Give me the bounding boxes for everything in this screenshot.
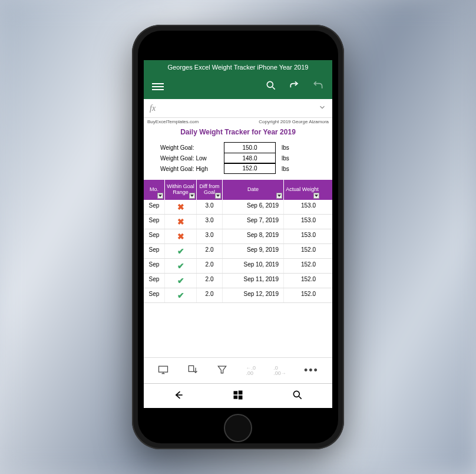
svg-rect-10 bbox=[239, 395, 243, 399]
site-link[interactable]: BuyExcelTemplates.com bbox=[147, 119, 199, 124]
cell-diff[interactable]: 3.0 bbox=[197, 229, 223, 243]
cell-diff[interactable]: 2.0 bbox=[197, 288, 223, 302]
windows-home-icon[interactable] bbox=[232, 389, 244, 403]
svg-rect-8 bbox=[239, 390, 243, 394]
cell-month[interactable]: Sep bbox=[144, 288, 165, 302]
svg-rect-9 bbox=[233, 395, 237, 399]
display-mode-icon[interactable] bbox=[157, 364, 169, 378]
formula-bar[interactable]: fx bbox=[144, 99, 332, 118]
back-button[interactable] bbox=[173, 389, 184, 403]
table-row[interactable]: Sep✔2.0Sep 12, 2019152.0 bbox=[144, 288, 332, 303]
svg-line-1 bbox=[273, 87, 275, 90]
cell-weight[interactable]: 153.0 bbox=[284, 229, 320, 243]
cell-weight[interactable]: 153.0 bbox=[284, 215, 320, 229]
cell-diff[interactable]: 3.0 bbox=[197, 200, 223, 214]
cell-weight[interactable]: 152.0 bbox=[284, 244, 320, 258]
table-body: Sep✖3.0Sep 6, 2019153.0Sep✖3.0Sep 7, 201… bbox=[144, 200, 332, 303]
cell-weight[interactable]: 153.0 bbox=[284, 200, 320, 214]
cell-weight[interactable]: 152.0 bbox=[284, 274, 320, 288]
cell-month[interactable]: Sep bbox=[144, 229, 165, 243]
cell-month[interactable]: Sep bbox=[144, 244, 165, 258]
filter-icon[interactable] bbox=[189, 193, 195, 199]
cell-date[interactable]: Sep 12, 2019 bbox=[223, 288, 284, 302]
goal-block: Weight Goal: 150.0 lbs Weight Goal: Low … bbox=[144, 140, 332, 180]
x-icon: ✖ bbox=[177, 217, 184, 226]
goal-unit: lbs bbox=[282, 166, 299, 172]
cell-date[interactable]: Sep 9, 2019 bbox=[223, 244, 284, 258]
table-row[interactable]: Sep✖3.0Sep 6, 2019153.0 bbox=[144, 200, 332, 215]
spreadsheet: BuyExcelTemplates.com Copyright 2019 Geo… bbox=[144, 118, 332, 357]
svg-point-0 bbox=[267, 81, 273, 87]
svg-line-12 bbox=[299, 396, 302, 399]
cell-month[interactable]: Sep bbox=[144, 200, 165, 214]
cell-in-range[interactable]: ✔ bbox=[165, 259, 197, 273]
undo-icon[interactable] bbox=[312, 80, 324, 94]
col-within-range[interactable]: Within Goal Range bbox=[165, 180, 197, 200]
table-row[interactable]: Sep✖3.0Sep 8, 2019153.0 bbox=[144, 229, 332, 244]
app-title-bar: Georges Excel Weight Tracker iPhone Year… bbox=[144, 60, 332, 74]
menu-button[interactable] bbox=[152, 83, 164, 90]
cell-month[interactable]: Sep bbox=[144, 274, 165, 288]
goal-value-cell[interactable]: 150.0 bbox=[224, 142, 276, 153]
filter-funnel-icon[interactable] bbox=[216, 364, 228, 378]
cell-in-range[interactable]: ✖ bbox=[165, 229, 197, 243]
cell-diff[interactable]: 2.0 bbox=[197, 259, 223, 273]
check-icon: ✔ bbox=[177, 276, 184, 285]
goal-high-value-cell[interactable]: 152.0 bbox=[224, 163, 276, 174]
cell-date[interactable]: Sep 7, 2019 bbox=[223, 215, 284, 229]
filter-icon[interactable] bbox=[157, 193, 163, 199]
goal-high-label: Weight Goal: High bbox=[160, 166, 218, 172]
check-icon: ✔ bbox=[177, 261, 184, 271]
decrease-decimal-icon[interactable]: ←.0.00 bbox=[246, 366, 256, 376]
phone-frame: Georges Excel Weight Tracker iPhone Year… bbox=[132, 25, 344, 449]
more-icon[interactable]: ••• bbox=[304, 364, 319, 377]
goal-row: Weight Goal: 150.0 lbs bbox=[160, 142, 326, 153]
table-row[interactable]: Sep✔2.0Sep 10, 2019152.0 bbox=[144, 259, 332, 274]
cell-date[interactable]: Sep 8, 2019 bbox=[223, 229, 284, 243]
cell-diff[interactable]: 2.0 bbox=[197, 244, 223, 258]
cell-in-range[interactable]: ✖ bbox=[165, 215, 197, 229]
cell-in-range[interactable]: ✖ bbox=[165, 200, 197, 214]
app-toolbar bbox=[144, 74, 332, 99]
cell-month[interactable]: Sep bbox=[144, 215, 165, 229]
cell-weight[interactable]: 152.0 bbox=[284, 259, 320, 273]
cell-month[interactable]: Sep bbox=[144, 259, 165, 273]
cell-diff[interactable]: 2.0 bbox=[197, 274, 223, 288]
os-nav-bar bbox=[144, 383, 332, 408]
goal-low-value-cell[interactable]: 148.0 bbox=[224, 153, 276, 164]
svg-rect-7 bbox=[233, 391, 237, 394]
copyright-text: Copyright 2019 George Alzamora bbox=[259, 119, 329, 124]
sort-icon[interactable] bbox=[187, 364, 199, 378]
col-date[interactable]: Date bbox=[223, 180, 284, 200]
table-row[interactable]: Sep✔2.0Sep 11, 2019152.0 bbox=[144, 274, 332, 288]
col-month[interactable]: Mo. bbox=[144, 180, 165, 200]
cell-date[interactable]: Sep 10, 2019 bbox=[223, 259, 284, 273]
cell-in-range[interactable]: ✔ bbox=[165, 288, 197, 302]
filter-icon[interactable] bbox=[215, 193, 221, 199]
col-diff[interactable]: Diff from Goal bbox=[197, 180, 223, 200]
search-icon[interactable] bbox=[265, 80, 277, 94]
cell-weight[interactable]: 152.0 bbox=[284, 288, 320, 302]
table-row[interactable]: Sep✔2.0Sep 9, 2019152.0 bbox=[144, 244, 332, 259]
filter-icon[interactable] bbox=[313, 193, 319, 199]
col-actual-weight[interactable]: Actual Weight bbox=[284, 180, 320, 200]
cell-date[interactable]: Sep 6, 2019 bbox=[223, 200, 284, 214]
svg-rect-2 bbox=[159, 366, 168, 372]
share-icon[interactable] bbox=[289, 80, 300, 94]
excel-bottom-toolbar: ←.0.00 .0.00→ ••• bbox=[144, 357, 332, 383]
x-icon: ✖ bbox=[177, 232, 184, 241]
cell-date[interactable]: Sep 11, 2019 bbox=[223, 274, 284, 288]
cell-in-range[interactable]: ✔ bbox=[165, 244, 197, 258]
table-row[interactable]: Sep✖3.0Sep 7, 2019153.0 bbox=[144, 215, 332, 229]
cell-in-range[interactable]: ✔ bbox=[165, 274, 197, 288]
phone-home-button[interactable] bbox=[224, 414, 252, 442]
check-icon: ✔ bbox=[177, 291, 184, 300]
os-search-icon[interactable] bbox=[292, 389, 303, 403]
page-title: Daily Weight Tracker for Year 2019 bbox=[144, 126, 332, 140]
x-icon: ✖ bbox=[177, 202, 184, 212]
cell-diff[interactable]: 3.0 bbox=[197, 215, 223, 229]
chevron-down-icon[interactable] bbox=[318, 103, 326, 114]
filter-icon[interactable] bbox=[276, 193, 282, 199]
increase-decimal-icon[interactable]: .0.00→ bbox=[273, 366, 286, 376]
goal-low-label: Weight Goal: Low bbox=[160, 155, 218, 162]
